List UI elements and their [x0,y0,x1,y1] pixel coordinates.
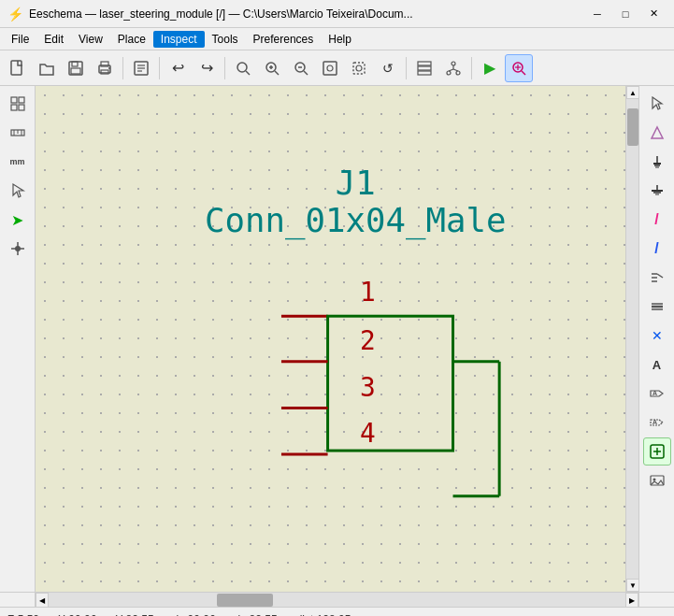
svg-point-12 [237,63,247,72]
scroll-track-horizontal[interactable] [49,593,625,607]
zoom-area-button[interactable] [345,54,373,82]
rt-add-symbol-button[interactable] [643,437,671,466]
select-tool-button[interactable] [4,177,32,205]
open-button[interactable] [33,54,61,82]
undo-button[interactable]: ↩ [164,54,192,82]
units-button[interactable]: mm [4,148,32,176]
svg-line-19 [304,71,308,75]
menu-place[interactable]: Place [110,31,153,48]
rt-no-connect-button[interactable]: ✕ [643,322,671,350]
svg-point-28 [452,62,455,65]
svg-line-15 [275,71,279,75]
scroll-track-vertical[interactable] [626,99,638,579]
svg-marker-51 [652,127,663,138]
menu-file[interactable]: File [4,31,36,48]
scroll-thumb-horizontal[interactable] [217,594,273,607]
right-toolbar: / / ✕ A A A [638,86,674,592]
svg-rect-27 [418,71,431,75]
rt-bus-entry-button[interactable] [643,264,671,292]
pin4-label: 4 [360,418,376,449]
h-scroll-right-spacer [638,593,674,607]
menu-inspect[interactable]: Inspect [153,31,205,48]
scroll-down-button[interactable]: ▼ [626,579,638,592]
redo-button[interactable]: ↪ [193,54,221,82]
h-scroll-left-spacer [0,593,36,607]
rt-add-power-button[interactable] [643,148,671,176]
svg-rect-3 [71,68,80,74]
svg-marker-46 [13,184,23,197]
svg-line-32 [449,69,453,71]
rt-add-image-button[interactable] [643,466,671,494]
svg-line-35 [522,71,525,75]
scroll-up-button[interactable]: ▲ [626,86,638,99]
save-button[interactable] [62,54,90,82]
close-button[interactable]: ✕ [640,5,667,23]
rt-hlabel-button[interactable]: A [643,408,671,437]
svg-rect-25 [418,62,431,65]
scroll-right-button[interactable]: ▶ [625,593,638,608]
svg-text:A: A [652,390,657,396]
zoom-in-button[interactable] [258,54,286,82]
rt-ground-button[interactable] [643,177,671,205]
menu-view[interactable]: View [71,31,110,48]
zoom-search-button[interactable] [229,54,257,82]
zoom-fit-button[interactable] [316,54,344,82]
main-toolbar: ↩ ↪ ↺ ▶ [0,50,674,86]
sep1 [122,57,123,79]
inspect-button[interactable] [505,54,533,82]
status-y: Y 82.55 [115,613,153,617]
status-bar: Z 5.50 X 99.06 Y 82.55 dx 99.06 dy 82.55… [0,607,674,616]
svg-point-29 [447,71,451,75]
pin2-label: 2 [360,325,376,356]
pin1-label: 1 [360,277,376,308]
scroll-thumb-vertical[interactable] [627,108,638,146]
svg-point-24 [356,65,362,71]
vertical-scrollbar[interactable]: ▲ ▼ [625,86,638,592]
rt-wire-button[interactable]: / [643,206,671,234]
print-button[interactable] [91,54,119,82]
rt-global-label-button[interactable]: A [643,380,671,408]
rt-bus-button[interactable]: / [643,235,671,263]
horizontal-scrollbar[interactable]: ◀ ▶ [0,592,674,607]
window-controls: ─ □ ✕ [584,5,667,23]
menu-preferences[interactable]: Preferences [246,31,322,48]
menu-edit[interactable]: Edit [36,31,71,48]
maximize-button[interactable]: □ [612,5,638,23]
status-dx: dx 99.06 [173,613,216,617]
zoom-out-button[interactable] [287,54,315,82]
rt-bus-wire-button[interactable] [643,293,671,321]
add-wire-button[interactable]: ➤ [4,206,32,234]
rt-select-button[interactable] [643,90,671,118]
svg-rect-0 [11,61,22,75]
menu-help[interactable]: Help [321,31,359,48]
minimize-button[interactable]: ─ [584,5,610,23]
status-z: Z 5.50 [7,613,39,617]
add-junction-button[interactable] [4,235,32,263]
fields-button[interactable] [410,54,438,82]
svg-line-33 [453,69,458,71]
zoom-redraw-button[interactable]: ↺ [374,54,402,82]
rt-net-nav-button[interactable] [643,119,671,147]
svg-text:A: A [652,419,657,425]
run-button[interactable]: ▶ [476,54,504,82]
scroll-left-button[interactable]: ◀ [36,593,49,608]
svg-point-30 [456,71,460,75]
svg-point-75 [652,479,655,481]
sep5 [471,57,472,79]
left-toolbar: mm ➤ [0,86,36,592]
new-button[interactable] [4,54,32,82]
status-x: X 99.06 [58,613,96,617]
svg-rect-40 [11,105,17,110]
schematic-viewer-button[interactable] [127,54,155,82]
netlist-button[interactable] [439,54,467,82]
grid-toggle-button[interactable] [4,90,32,118]
canvas-area[interactable]: J1 Conn_01x04_Male 1 2 3 4 [36,86,638,592]
component-ref: J1 [336,164,376,202]
menu-tools[interactable]: Tools [205,31,246,48]
rt-netlabel-button[interactable]: A [643,351,671,379]
status-units: mm [648,613,667,617]
ruler-button[interactable] [4,119,32,147]
sep2 [159,57,160,79]
main-layout: mm ➤ J1 Conn_01x04_Male 1 [0,86,674,592]
menu-bar: File Edit View Place Inspect Tools Prefe… [0,28,674,50]
